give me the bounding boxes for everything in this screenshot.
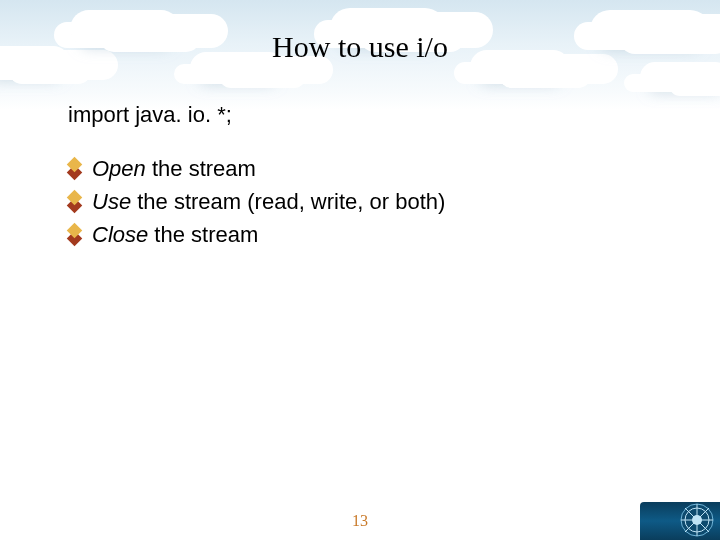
list-item: Use the stream (read, write, or both) [64, 187, 660, 218]
bullet-emphasis: Close [92, 222, 148, 247]
bullet-list: Open the stream Use the stream (read, wr… [64, 154, 660, 250]
diamond-bullet-icon [66, 161, 82, 177]
bullet-text: the stream [148, 222, 258, 247]
bullet-emphasis: Use [92, 189, 131, 214]
bullet-text: the stream [146, 156, 256, 181]
university-seal-icon [680, 503, 714, 537]
svg-point-6 [692, 515, 702, 525]
diamond-bullet-icon [66, 227, 82, 243]
diamond-bullet-icon [66, 194, 82, 210]
page-number: 13 [0, 512, 720, 530]
list-item: Close the stream [64, 220, 660, 251]
bullet-emphasis: Open [92, 156, 146, 181]
slide-footer: 13 [0, 500, 720, 540]
bullet-text: the stream (read, write, or both) [131, 189, 445, 214]
slide-content: How to use i/o import java. io. *; Open … [0, 0, 720, 540]
import-statement: import java. io. *; [68, 102, 660, 128]
list-item: Open the stream [64, 154, 660, 185]
slide-title: How to use i/o [60, 30, 660, 64]
